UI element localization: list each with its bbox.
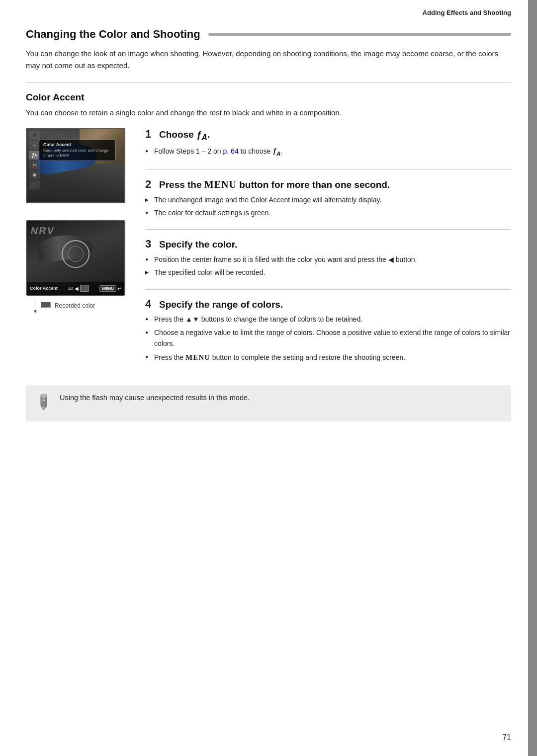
camera-screen-2-block: NRV Color Accent: [26, 220, 145, 314]
page-title: Changing the Color and Shooting: [26, 28, 200, 41]
screen1-icon-4: ƒS: [29, 161, 40, 169]
screen1-icon-1: ⬛: [29, 131, 40, 140]
color-accent-title: Color Accent: [26, 92, 511, 103]
screen2-swatch: [80, 285, 89, 292]
page-number: 71: [502, 733, 511, 742]
section-divider: [26, 83, 511, 83]
step-1-bullets: Follow Steps 1 – 2 on p. 64 to choose ƒA…: [145, 146, 511, 158]
step-2-number: 2: [145, 178, 156, 191]
screen2-circle: [62, 240, 90, 268]
camera-screen-1-block: ⬛ ≡ ƒA ƒS ▦ ⬛ Color Accent Keep only sel…: [26, 128, 145, 203]
intro-text: You can change the look of an image when…: [26, 48, 511, 72]
step-1-number: 1: [145, 128, 156, 141]
two-col-layout: ⬛ ≡ ƒA ƒS ▦ ⬛ Color Accent Keep only sel…: [26, 128, 511, 374]
step-3-heading: 3 Specify the color.: [145, 238, 511, 251]
pencil-icon: [36, 393, 52, 411]
screen1-popup-title: Color Accent: [43, 142, 111, 147]
recorded-color-area: ▼ Recorded color: [26, 300, 145, 314]
screen2-menu-btn: MENU: [99, 285, 116, 292]
step-2-menu-word: MENU: [204, 179, 237, 190]
step-4-menu-word: MENU: [185, 353, 210, 361]
step-3-bullets: Position the center frame so it is fille…: [145, 254, 511, 278]
color-swatch: [41, 302, 51, 308]
step-1-divider: [145, 169, 511, 170]
recorded-arrow-line: [35, 301, 35, 309]
step-1-icon: ƒA: [196, 129, 207, 140]
step-4-number: 4: [145, 298, 156, 311]
title-underline: [208, 33, 511, 36]
step-2-block: 2 Press the MENU button for more than on…: [145, 178, 511, 218]
step-4-title: Specify the range of colors.: [159, 299, 283, 311]
page-header: Adding Effects and Shooting: [423, 9, 511, 16]
screen1-popup: Color Accent Keep only selected color an…: [39, 140, 116, 161]
image-gap: [26, 206, 145, 220]
svg-rect-4: [42, 399, 45, 400]
step-1-block: 1 Choose ƒA. Follow Steps 1 – 2 on p. 64…: [145, 128, 511, 159]
screen1-icon-5: ▦: [29, 170, 40, 179]
screen2-plusminus: ±0: [68, 286, 73, 291]
camera-screen-1: ⬛ ≡ ƒA ƒS ▦ ⬛ Color Accent Keep only sel…: [26, 128, 125, 203]
step-3-title: Specify the color.: [159, 239, 237, 251]
screen1-icon-fa: ƒA: [29, 151, 40, 160]
step-1-bullet-1: Follow Steps 1 – 2 on p. 64 to choose ƒA…: [145, 146, 511, 158]
svg-rect-2: [41, 394, 47, 397]
step-4-bullets: Press the ▲▼ buttons to change the range…: [145, 314, 511, 363]
color-accent-intro: You can choose to retain a single color …: [26, 107, 511, 119]
note-text: Using the flash may cause unexpected res…: [60, 392, 250, 404]
step-2-bullets: The unchanged image and the Color Accent…: [145, 194, 511, 219]
screen1-popup-desc: Keep only selected color and change othe…: [43, 148, 111, 159]
screen2-back-icon: ↩: [117, 286, 121, 291]
step-3-number: 3: [145, 238, 156, 251]
step-3-block: 3 Specify the color. Position the center…: [145, 238, 511, 278]
step-4-bullet-1: Press the ▲▼ buttons to change the range…: [145, 314, 511, 325]
step-2-divider: [145, 229, 511, 230]
side-bar: [528, 0, 537, 756]
note-icon: [35, 393, 53, 415]
recorded-arrow-head: ▼: [33, 309, 38, 314]
recorded-color-label: Recorded color: [55, 302, 95, 309]
step-3-divider: [145, 289, 511, 290]
note-box: Using the flash may cause unexpected res…: [26, 385, 511, 421]
step-3-bullet-1: Position the center frame so it is fille…: [145, 254, 511, 265]
color-accent-section: Color Accent You can choose to retain a …: [26, 92, 511, 421]
step-4-bullet-3: Press the MENU button to complete the se…: [145, 351, 511, 363]
screen1-icons: ⬛ ≡ ƒA ƒS ▦ ⬛: [29, 131, 40, 189]
svg-marker-1: [41, 406, 47, 410]
svg-rect-5: [42, 400, 45, 401]
images-column: ⬛ ≡ ƒA ƒS ▦ ⬛ Color Accent Keep only sel…: [26, 128, 145, 374]
svg-rect-3: [42, 397, 45, 398]
steps-column: 1 Choose ƒA. Follow Steps 1 – 2 on p. 64…: [145, 128, 511, 374]
screen1-icon-6: ⬛: [29, 180, 40, 189]
step-1-heading: 1 Choose ƒA.: [145, 128, 511, 143]
screen2-left-arrow-icon: ◀: [75, 286, 79, 291]
step-2-heading: 2 Press the MENU button for more than on…: [145, 178, 511, 191]
step-4-block: 4 Specify the range of colors. Press the…: [145, 298, 511, 363]
step-1-link[interactable]: p. 64: [223, 147, 239, 155]
step-1-title: Choose ƒA.: [159, 129, 210, 143]
screen2-label: Color Accent: [30, 286, 58, 291]
camera-screen-2: NRV Color Accent: [26, 220, 125, 296]
step-2-title: Press the MENU button for more than one …: [159, 178, 390, 191]
step-1-icon-inline: ƒA: [272, 147, 280, 155]
step-3-bullet-2: The specified color will be recorded.: [145, 267, 511, 278]
section-title-bar: Changing the Color and Shooting: [26, 28, 511, 41]
step-2-bullet-2: The color for default settings is green.: [145, 207, 511, 218]
screen1-icon-2: ≡: [29, 141, 40, 150]
screen2-circle-inner: [68, 246, 84, 262]
step-4-bullet-2: Choose a negative value to limit the ran…: [145, 327, 511, 349]
step-4-heading: 4 Specify the range of colors.: [145, 298, 511, 311]
step-2-bullet-1: The unchanged image and the Color Accent…: [145, 194, 511, 205]
